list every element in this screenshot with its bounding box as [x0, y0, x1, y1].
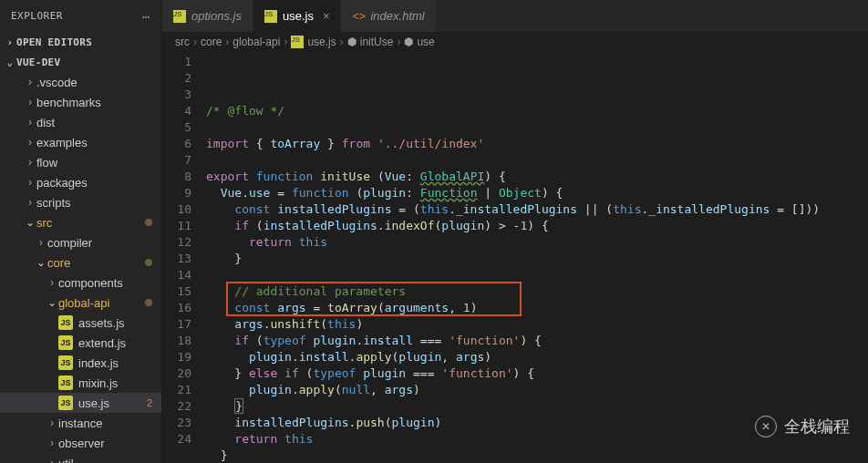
- file-item[interactable]: ›JSassets.js: [0, 313, 161, 333]
- tab-label: use.js: [283, 9, 314, 23]
- code-line[interactable]: const installedPlugins = (this._installe…: [206, 201, 868, 218]
- line-number: 17: [162, 316, 191, 333]
- folder-item[interactable]: ›components: [0, 273, 161, 293]
- code-line[interactable]: if (typeof plugin.install === 'function'…: [206, 333, 868, 349]
- code-line[interactable]: export function initUse (Vue: GlobalAPI)…: [206, 169, 868, 185]
- js-file-icon: JS: [58, 376, 73, 390]
- folder-item[interactable]: ›instance: [0, 413, 161, 433]
- open-editors-label: OPEN EDITORS: [16, 36, 92, 48]
- code-line[interactable]: const args = toArray(arguments, 1): [206, 300, 868, 316]
- line-number: 9: [162, 185, 191, 201]
- js-file-icon: JS: [173, 10, 186, 23]
- code-line[interactable]: plugin.apply(null, args): [206, 382, 868, 398]
- tab-index-html[interactable]: <>index.html: [341, 0, 436, 32]
- breadcrumb[interactable]: src›core›global-api›JSuse.js›⬢initUse›⬢u…: [162, 32, 868, 52]
- folder-item[interactable]: ›flow: [0, 152, 161, 172]
- file-item[interactable]: ›JSextend.js: [0, 333, 161, 353]
- line-numbers: 123456789101112131415161718192021222324: [162, 52, 206, 463]
- open-editors-section[interactable]: › OPEN EDITORS: [0, 32, 161, 52]
- line-number: 5: [162, 119, 191, 136]
- file-item[interactable]: ›JSuse.js2: [0, 393, 161, 413]
- code-editor[interactable]: 123456789101112131415161718192021222324 …: [162, 52, 868, 463]
- folder-item[interactable]: ⌄core: [0, 252, 161, 273]
- tree-item-label: core: [47, 256, 70, 270]
- code-line[interactable]: /* @flow */: [206, 103, 868, 119]
- tree-item-label: assets.js: [78, 316, 125, 330]
- tree-item-label: util: [58, 457, 74, 464]
- chevron-right-icon: ›: [24, 156, 36, 169]
- line-number: 21: [162, 382, 191, 398]
- folder-item[interactable]: ⌄global-api: [0, 293, 161, 313]
- folder-item[interactable]: ›.vscode: [0, 72, 161, 92]
- line-number: 15: [162, 283, 191, 300]
- watermark: ✕ 全栈编程: [755, 416, 850, 437]
- code-line[interactable]: }: [206, 251, 868, 267]
- js-file-icon: JS: [58, 355, 73, 370]
- chevron-right-icon: ›: [24, 96, 36, 108]
- folder-item[interactable]: ›examples: [0, 132, 161, 152]
- chevron-down-icon: ⌄: [46, 296, 58, 309]
- project-section[interactable]: ⌄ VUE-DEV: [0, 52, 161, 72]
- chevron-right-icon: ›: [340, 36, 344, 48]
- code-line[interactable]: import { toArray } from '../util/index': [206, 136, 868, 152]
- folder-item[interactable]: ›dist: [0, 112, 161, 132]
- line-number: 8: [162, 169, 191, 185]
- tree-item-label: dist: [36, 116, 55, 129]
- code-content[interactable]: /* @flow */import { toArray } from '../u…: [206, 52, 868, 463]
- tab-use-js[interactable]: JSuse.js×: [253, 0, 342, 32]
- tab-options-js[interactable]: JSoptions.js: [162, 0, 253, 32]
- wechat-icon: ✕: [755, 416, 777, 437]
- folder-item[interactable]: ›benchmarks: [0, 92, 161, 112]
- breadcrumb-segment[interactable]: src: [175, 36, 190, 48]
- explorer-title: EXPLORER: [11, 10, 63, 22]
- breadcrumb-segment[interactable]: global-api: [232, 36, 280, 48]
- tree-item-label: mixin.js: [78, 376, 118, 390]
- folder-item[interactable]: ›scripts: [0, 192, 161, 212]
- tree-item-label: observer: [58, 437, 105, 450]
- js-file-icon: JS: [291, 36, 304, 48]
- breadcrumb-segment[interactable]: use: [417, 36, 434, 48]
- line-number: 24: [162, 431, 191, 448]
- folder-item[interactable]: ›observer: [0, 433, 161, 453]
- js-file-icon: JS: [58, 396, 73, 410]
- line-number: 11: [162, 218, 191, 234]
- code-line[interactable]: [206, 152, 868, 169]
- code-line[interactable]: args.unshift(this): [206, 316, 868, 333]
- code-line[interactable]: [206, 119, 868, 136]
- file-tree: ›.vscode›benchmarks›dist›examples›flow›p…: [0, 72, 161, 463]
- chevron-right-icon: ›: [193, 36, 197, 48]
- folder-item[interactable]: ›util: [0, 453, 161, 463]
- tree-item-label: scripts: [36, 196, 71, 210]
- breadcrumb-segment[interactable]: use.js: [307, 36, 336, 48]
- code-line[interactable]: if (installedPlugins.indexOf(plugin) > -…: [206, 218, 868, 234]
- code-line[interactable]: }: [206, 398, 868, 415]
- code-line[interactable]: plugin.install.apply(plugin, args): [206, 349, 868, 365]
- breadcrumb-segment[interactable]: initUse: [360, 36, 394, 48]
- line-number: 22: [162, 398, 191, 415]
- tree-item-label: src: [36, 216, 52, 230]
- tree-item-label: flow: [36, 156, 57, 170]
- breadcrumb-segment[interactable]: core: [201, 36, 222, 48]
- modified-dot-icon: [145, 259, 152, 266]
- code-line[interactable]: } else if (typeof plugin === 'function')…: [206, 365, 868, 382]
- code-line[interactable]: [206, 267, 868, 283]
- line-number: 3: [162, 87, 191, 103]
- chevron-right-icon: ›: [35, 236, 47, 249]
- close-icon[interactable]: ×: [323, 9, 330, 23]
- chevron-right-icon: ›: [24, 176, 36, 189]
- folder-item[interactable]: ⌄src: [0, 212, 161, 232]
- code-line[interactable]: Vue.use = function (plugin: Function | O…: [206, 185, 868, 201]
- symbol-icon: ⬢: [404, 36, 413, 48]
- line-number: 18: [162, 333, 191, 349]
- folder-item[interactable]: ›compiler: [0, 232, 161, 252]
- code-line[interactable]: }: [206, 448, 868, 463]
- file-item[interactable]: ›JSindex.js: [0, 353, 161, 373]
- chevron-right-icon: ›: [46, 276, 58, 289]
- code-line[interactable]: // additional parameters: [206, 283, 868, 300]
- symbol-icon: ⬢: [347, 36, 356, 48]
- sidebar: EXPLORER ⋯ › OPEN EDITORS ⌄ VUE-DEV ›.vs…: [0, 0, 162, 463]
- file-item[interactable]: ›JSmixin.js: [0, 373, 161, 393]
- more-icon[interactable]: ⋯: [142, 9, 150, 24]
- code-line[interactable]: return this: [206, 234, 868, 251]
- folder-item[interactable]: ›packages: [0, 172, 161, 192]
